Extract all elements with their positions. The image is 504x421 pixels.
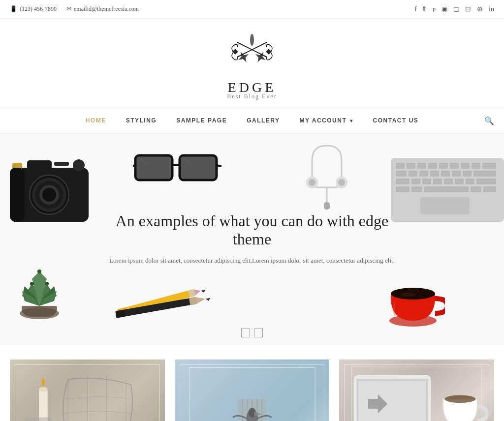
email-address: emailid@themefreesia.com bbox=[74, 5, 139, 13]
hero-text: An examples of what you can do with edge… bbox=[0, 212, 504, 266]
svg-rect-65 bbox=[471, 186, 481, 192]
nav-item-home[interactable]: HOME bbox=[76, 108, 116, 133]
dropdown-arrow-icon: ▾ bbox=[350, 118, 353, 123]
svg-rect-58 bbox=[444, 179, 453, 184]
earphones-decoration bbox=[302, 141, 351, 211]
nav-item-sample[interactable]: SAMPLE PAGE bbox=[166, 108, 237, 133]
svg-rect-55 bbox=[411, 179, 420, 184]
laptop-decoration bbox=[386, 133, 504, 224]
nav-link-home[interactable]: HOME bbox=[76, 108, 116, 133]
svg-rect-64 bbox=[424, 186, 469, 192]
nav-link-sample[interactable]: SAMPLE PAGE bbox=[166, 108, 237, 133]
card-lifestyle-bg bbox=[175, 360, 330, 421]
svg-rect-47 bbox=[409, 171, 417, 177]
slider-dot-1[interactable] bbox=[241, 329, 250, 337]
svg-point-111 bbox=[445, 395, 476, 403]
svg-rect-59 bbox=[455, 179, 464, 184]
card-lifestyle[interactable]: LIFE STYLE bbox=[175, 360, 330, 421]
svg-rect-61 bbox=[476, 179, 496, 184]
social-dribbble[interactable]: ◉ bbox=[441, 5, 447, 13]
svg-rect-57 bbox=[433, 179, 442, 184]
svg-point-83 bbox=[401, 293, 415, 297]
card-edge-bg bbox=[339, 360, 494, 421]
hero-section: An examples of what you can do with edge… bbox=[0, 133, 504, 345]
nav-link-styling[interactable]: STYLING bbox=[116, 108, 167, 133]
svg-rect-13 bbox=[27, 160, 52, 170]
svg-rect-45 bbox=[482, 163, 496, 169]
email-icon: ✉ bbox=[66, 5, 71, 13]
social-flickr[interactable]: ⊡ bbox=[465, 5, 471, 13]
plant-decoration bbox=[7, 264, 71, 330]
svg-rect-80 bbox=[115, 310, 125, 318]
svg-rect-66 bbox=[483, 186, 496, 192]
top-bar-contact: 📱 (123) 456-7890 ✉ emailid@themefreesia.… bbox=[10, 5, 139, 13]
nav-link-contact[interactable]: CONTACT US bbox=[363, 108, 429, 133]
social-linkedin[interactable]: in bbox=[489, 5, 494, 13]
nav-item-gallery[interactable]: GALLERY bbox=[237, 108, 289, 133]
svg-rect-84 bbox=[39, 390, 48, 421]
svg-rect-30 bbox=[324, 202, 330, 210]
plant-svg bbox=[7, 264, 71, 328]
main-nav: HOME STYLING SAMPLE PAGE GALLERY MY ACCO… bbox=[0, 108, 504, 133]
svg-rect-39 bbox=[417, 163, 426, 169]
nav-item-account[interactable]: MY ACCOUNT ▾ bbox=[290, 108, 363, 133]
svg-rect-40 bbox=[428, 163, 437, 169]
card-edge[interactable]: THIS IS EGDE bbox=[339, 360, 494, 421]
svg-rect-62 bbox=[396, 186, 410, 192]
svg-rect-42 bbox=[450, 163, 459, 169]
search-button[interactable]: 🔍 bbox=[484, 116, 494, 125]
nav-link-account[interactable]: MY ACCOUNT ▾ bbox=[290, 108, 363, 133]
laptop-svg bbox=[386, 133, 504, 222]
svg-marker-77 bbox=[195, 296, 206, 304]
svg-rect-53 bbox=[473, 171, 496, 177]
svg-rect-46 bbox=[396, 171, 407, 177]
social-instagram[interactable]: ◻ bbox=[453, 5, 459, 13]
svg-rect-38 bbox=[407, 163, 415, 169]
svg-rect-54 bbox=[396, 179, 410, 184]
svg-rect-56 bbox=[422, 179, 431, 184]
earphones-svg bbox=[302, 141, 351, 210]
logo[interactable]: EDGE Best Blog Ever bbox=[222, 29, 282, 100]
slider-dot-2[interactable] bbox=[254, 329, 263, 337]
glasses-decoration bbox=[133, 148, 221, 194]
svg-point-32 bbox=[309, 179, 315, 186]
social-facebook[interactable]: f bbox=[414, 5, 417, 13]
nav-link-gallery[interactable]: GALLERY bbox=[237, 108, 289, 133]
svg-rect-6 bbox=[266, 49, 271, 54]
svg-point-15 bbox=[73, 159, 85, 171]
svg-rect-60 bbox=[466, 179, 474, 184]
pencils-svg bbox=[108, 289, 212, 331]
svg-point-2 bbox=[250, 34, 254, 46]
svg-rect-48 bbox=[419, 171, 428, 177]
logo-icon bbox=[222, 29, 282, 78]
coffee-svg bbox=[386, 274, 445, 333]
nav-item-contact[interactable]: CONTACT US bbox=[363, 108, 429, 133]
svg-rect-5 bbox=[232, 49, 238, 54]
nav-list: HOME STYLING SAMPLE PAGE GALLERY MY ACCO… bbox=[76, 108, 429, 133]
svg-rect-16 bbox=[54, 162, 69, 166]
social-google[interactable]: ⊕ bbox=[477, 5, 483, 13]
glasses-svg bbox=[133, 148, 221, 192]
svg-rect-50 bbox=[441, 171, 450, 177]
nav-item-styling[interactable]: STYLING bbox=[116, 108, 167, 133]
svg-point-85 bbox=[39, 387, 48, 392]
svg-point-69 bbox=[45, 282, 49, 286]
hero-subtitle: Lorem ipsum dolor sit amet, consectetur … bbox=[98, 256, 406, 266]
svg-point-70 bbox=[37, 270, 41, 273]
card-about-us[interactable]: ABOUT US bbox=[10, 360, 165, 421]
hero-title: An examples of what you can do with edge… bbox=[98, 212, 406, 248]
svg-rect-44 bbox=[472, 163, 480, 169]
social-pinterest[interactable]: 𝔭 bbox=[432, 5, 436, 13]
svg-point-68 bbox=[30, 282, 34, 286]
card-about-art bbox=[10, 360, 165, 421]
phone-info: 📱 (123) 456-7890 bbox=[10, 5, 57, 13]
card-lifestyle-art bbox=[175, 360, 330, 421]
svg-marker-79 bbox=[206, 298, 211, 301]
svg-point-12 bbox=[42, 188, 56, 202]
svg-marker-74 bbox=[201, 290, 206, 293]
top-bar: 📱 (123) 456-7890 ✉ emailid@themefreesia.… bbox=[0, 0, 504, 19]
svg-rect-37 bbox=[396, 163, 405, 169]
social-twitter[interactable]: 𝕥 bbox=[423, 5, 426, 13]
svg-point-34 bbox=[338, 179, 345, 186]
site-header: EDGE Best Blog Ever bbox=[0, 19, 504, 108]
